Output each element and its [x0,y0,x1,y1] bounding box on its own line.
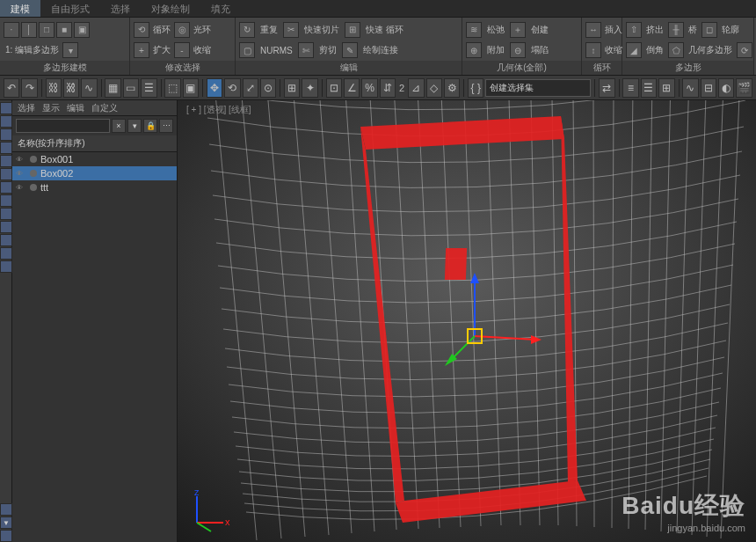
collapse-button[interactable]: ⊖ [510,42,526,58]
extrude-button[interactable]: ⇧ [626,22,642,38]
scene-search-input[interactable] [16,119,110,133]
subobj-vertex-button[interactable]: · [4,22,19,38]
snap-opts-button[interactable]: ⚙ [444,78,460,98]
side-btn-view[interactable] [0,503,12,516]
subobj-edge-button[interactable]: │ [21,22,37,38]
rotate-button[interactable]: ⟳ [737,42,752,58]
editset-button[interactable]: { } [468,78,483,98]
shrink-button[interactable]: - [174,42,190,58]
subobj-element-button[interactable]: ▣ [74,22,90,38]
lock-icon[interactable]: 🔒 [143,119,157,133]
list-item[interactable]: 👁Box002 [12,166,177,180]
rotate-tool-button[interactable]: ⟲ [224,78,240,98]
create-button[interactable]: ＋ [510,22,526,38]
loop-button[interactable]: ⟲ [134,22,149,38]
select-object-button[interactable]: ▭ [123,78,139,98]
tab-freeform[interactable]: 自由形式 [40,0,100,17]
panel-menu-select[interactable]: 选择 [18,102,35,114]
removeloop-button[interactable]: ↕ [585,42,601,58]
panel-menu-custom[interactable]: 自定义 [91,102,118,114]
repeat-button[interactable]: ↻ [239,22,255,38]
relax-button[interactable]: ≋ [466,22,482,38]
material-button[interactable]: ◐ [718,78,734,98]
snap-3d-button[interactable]: ⊿ [408,78,424,98]
angle-snap-button[interactable]: ∠ [344,78,360,98]
side-btn-3[interactable] [0,128,12,141]
mirror-button[interactable]: ⇄ [599,78,614,98]
side-btn-2[interactable] [0,115,12,128]
side-btn-11[interactable] [0,234,12,246]
geopoly-button[interactable]: ⬠ [668,42,684,58]
move-button[interactable]: ✥ [207,78,222,98]
select-filter-button[interactable]: ▦ [105,78,120,98]
side-btn-filter[interactable]: ▼ [0,516,12,529]
bevel-button[interactable]: ◢ [626,42,642,58]
viewport-label[interactable]: [ + ] [透视] [线框] [186,104,251,116]
tab-selection[interactable]: 选择 [100,0,141,17]
insertloop-button[interactable]: ↔ [585,22,601,38]
select-name-button[interactable]: ☰ [141,78,156,98]
window-select-button[interactable]: ⬚ [164,78,180,98]
undo-button[interactable]: ↶ [4,78,19,98]
search-clear-button[interactable]: × [112,119,126,133]
side-btn-4[interactable] [0,142,12,154]
panel-menu-edit[interactable]: 编辑 [67,102,84,114]
refcoord-button[interactable]: ⊞ [284,78,300,98]
subobj-border-button[interactable]: □ [39,22,55,38]
snap-button[interactable]: ⊡ [326,78,342,98]
tab-objectpaint[interactable]: 对象绘制 [141,0,200,17]
subobj-poly-button[interactable]: ■ [56,22,72,38]
visibility-icon[interactable]: 👁 [16,170,23,178]
list-header-name[interactable]: 名称(按升序排序) [12,136,177,152]
grow-button[interactable]: + [134,42,149,58]
side-btn-9[interactable] [0,208,12,220]
list-item[interactable]: 👁ttt [12,180,177,194]
crossing-select-button[interactable]: ▣ [183,78,199,98]
side-btn-10[interactable] [0,221,12,233]
cut-button[interactable]: ✄ [298,42,314,58]
panel-menu-display[interactable]: 显示 [42,102,60,114]
tab-modeling[interactable]: 建模 [0,0,40,17]
side-btn-12[interactable] [0,247,12,260]
render-setup-button[interactable]: 🎬 [736,78,752,98]
viewport[interactable]: [ + ] [透视] [线框] [178,100,756,542]
selection-set-input[interactable]: 创建选择集 [485,79,591,97]
layers-button[interactable]: ☰ [641,78,657,98]
side-btn-sort[interactable] [0,530,12,542]
quickloop-button[interactable]: ⊞ [345,22,360,38]
snap-toggle-button[interactable]: ◇ [426,78,442,98]
percent-snap-button[interactable]: % [361,78,377,98]
redo-button[interactable]: ↷ [21,78,37,98]
search-filter-button[interactable]: ▾ [127,119,142,133]
visibility-icon[interactable]: 👁 [16,184,23,192]
schematic-button[interactable]: ⊟ [701,78,716,98]
dropdown-icon[interactable]: ▾ [62,42,78,58]
unlink-button[interactable]: ⛓̸ [63,78,79,98]
paintconnect-button[interactable]: ✎ [342,42,358,58]
scene-explorer-button[interactable]: ⊞ [658,78,674,98]
side-btn-8[interactable] [0,194,12,207]
visibility-icon[interactable]: 👁 [16,156,23,164]
ring-button[interactable]: ◎ [174,22,190,38]
nurms-button[interactable]: ▢ [239,42,255,58]
attach-button[interactable]: ⊕ [466,42,482,58]
spinner-snap-button[interactable]: ⇵ [380,78,396,98]
placement-button[interactable]: ⊙ [260,78,276,98]
tab-populate[interactable]: 填充 [200,0,241,17]
outline-button[interactable]: ◻ [701,22,717,38]
scale-button[interactable]: ⤢ [243,78,258,98]
bind-button[interactable]: ∿ [81,78,97,98]
panel-menu-button[interactable]: ⋯ [159,119,173,133]
link-button[interactable]: ⛓ [46,78,62,98]
side-btn-6[interactable] [0,168,12,180]
quickslice-button[interactable]: ✂ [283,22,299,38]
side-btn-5[interactable] [0,155,12,167]
bridge-button[interactable]: ╫ [668,22,684,38]
side-btn-1[interactable] [0,102,12,114]
list-item[interactable]: 👁Box001 [12,152,177,166]
manip-button[interactable]: ✦ [302,78,317,98]
side-btn-7[interactable] [0,181,12,194]
curve-editor-button[interactable]: ∿ [682,78,698,98]
side-btn-13[interactable] [0,260,12,273]
align-button[interactable]: ≡ [622,78,638,98]
